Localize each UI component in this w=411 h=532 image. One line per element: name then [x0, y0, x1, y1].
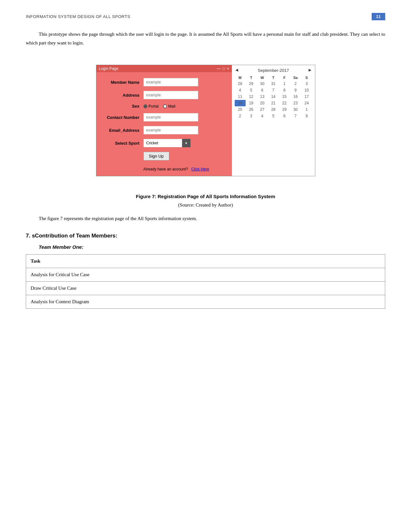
sex-label: Sex: [102, 104, 143, 109]
signup-button[interactable]: Sign Up: [143, 152, 169, 160]
signup-row: Sign Up: [102, 152, 227, 164]
table-cell-1: Analysis for Critical Use Case: [26, 268, 385, 282]
click-here-link[interactable]: Click Here: [191, 167, 209, 171]
cal-row-3: 11 12 13 14 15 16 17: [235, 93, 312, 100]
calendar-header: ◄ September-2017 ►: [235, 68, 312, 73]
cal-cell[interactable]: 30: [290, 106, 301, 113]
sex-mail-option[interactable]: Mail: [163, 104, 175, 109]
calendar-grid: M T W T F Sa S 28: [235, 75, 312, 119]
sport-row: Select Sport Cricket ▼: [102, 139, 227, 147]
sub-heading: Team Member One:: [39, 244, 385, 250]
cal-cell[interactable]: 17: [301, 93, 312, 100]
page-header: INFORMATION SYSTEM DESIGN OF ALL SPORTS …: [26, 13, 385, 20]
login-panel: Login Page — □ × Member Name: [96, 65, 232, 176]
cal-cell[interactable]: 5: [268, 113, 279, 119]
cal-cell[interactable]: 4: [235, 87, 246, 93]
calendar-next-btn[interactable]: ►: [308, 68, 312, 73]
email-label: Email_Address: [102, 128, 143, 133]
cal-row-5: 25 26 27 28 29 30 1: [235, 106, 312, 113]
close-btn[interactable]: ×: [227, 66, 229, 71]
table-row: Draw Critical Use Case: [26, 282, 385, 295]
maximize-btn[interactable]: □: [222, 66, 225, 71]
cal-cell[interactable]: 3: [301, 81, 312, 87]
member-name-row: Member Name: [102, 78, 227, 86]
cal-header-m: M: [235, 75, 246, 81]
cal-cell[interactable]: 26: [246, 106, 257, 113]
cal-cell-today[interactable]: 18: [235, 100, 246, 106]
cal-header-s: S: [301, 75, 312, 81]
table-cell-3: Analysis for Context Diagram: [26, 295, 385, 309]
cal-cell[interactable]: 8: [279, 87, 290, 93]
address-input[interactable]: [143, 91, 198, 99]
cal-cell[interactable]: 16: [290, 93, 301, 100]
email-input[interactable]: [143, 126, 198, 134]
sport-select-display[interactable]: Cricket: [143, 139, 182, 147]
cal-cell[interactable]: 2: [235, 113, 246, 119]
email-row: Email_Address: [102, 126, 227, 134]
cal-cell[interactable]: 21: [268, 100, 279, 106]
contact-row: Contact Number: [102, 113, 227, 121]
cal-cell[interactable]: 11: [235, 93, 246, 100]
section-heading: 7. sContribution of Team Members:: [26, 233, 385, 239]
cal-cell[interactable]: 27: [257, 106, 268, 113]
cal-cell[interactable]: 1: [301, 106, 312, 113]
cal-cell[interactable]: 24: [301, 100, 312, 106]
minimize-btn[interactable]: —: [217, 66, 220, 71]
cal-cell[interactable]: 23: [290, 100, 301, 106]
cal-cell[interactable]: 7: [268, 87, 279, 93]
calendar-header-row: M T W T F Sa S: [235, 75, 312, 81]
mockup-wrapper: Login Page — □ × Member Name: [96, 65, 315, 176]
cal-cell[interactable]: 2: [290, 81, 301, 87]
header-title: INFORMATION SYSTEM DESIGN OF ALL SPORTS: [26, 14, 130, 19]
cal-cell[interactable]: 4: [257, 113, 268, 119]
cal-cell[interactable]: 6: [257, 87, 268, 93]
member-name-input[interactable]: [143, 78, 198, 86]
sport-dropdown-arrow[interactable]: ▼: [182, 139, 191, 147]
titlebar: Login Page — □ ×: [96, 65, 232, 72]
cal-header-t1: T: [246, 75, 257, 81]
login-form: Member Name Address Sex: [96, 72, 232, 176]
calendar-prev-btn[interactable]: ◄: [235, 68, 239, 73]
address-label: Address: [102, 93, 143, 98]
sport-label: Select Sport: [102, 141, 143, 146]
cal-cell[interactable]: 7: [290, 113, 301, 119]
cal-cell[interactable]: 8: [301, 113, 312, 119]
table-row: Analysis for Context Diagram: [26, 295, 385, 309]
cal-cell[interactable]: 10: [301, 87, 312, 93]
cal-cell[interactable]: 28: [235, 81, 246, 87]
radio-unchecked-icon: [163, 104, 167, 108]
cal-cell[interactable]: 15: [279, 93, 290, 100]
cal-header-f: F: [279, 75, 290, 81]
cal-cell[interactable]: 19: [246, 100, 257, 106]
page-container: INFORMATION SYSTEM DESIGN OF ALL SPORTS …: [0, 0, 411, 532]
page-number: 11: [372, 13, 385, 20]
already-account-row: Already have an account? Click Here: [143, 167, 227, 171]
titlebar-controls: — □ ×: [217, 66, 229, 71]
cal-cell[interactable]: 14: [268, 93, 279, 100]
radio-checked-icon: [143, 104, 147, 108]
contact-label: Contact Number: [102, 115, 143, 120]
cal-cell[interactable]: 13: [257, 93, 268, 100]
cal-cell[interactable]: 6: [279, 113, 290, 119]
contact-input[interactable]: [143, 113, 198, 121]
cal-cell[interactable]: 1: [279, 81, 290, 87]
cal-cell[interactable]: 25: [235, 106, 246, 113]
source-caption: (Source: Created by Author): [26, 202, 385, 208]
sex-portal-option[interactable]: Portal: [143, 104, 159, 109]
cal-cell[interactable]: 30: [257, 81, 268, 87]
cal-cell[interactable]: 9: [290, 87, 301, 93]
cal-cell[interactable]: 31: [268, 81, 279, 87]
cal-header-w: W: [257, 75, 268, 81]
cal-header-t2: T: [268, 75, 279, 81]
cal-cell[interactable]: 28: [268, 106, 279, 113]
cal-cell[interactable]: 20: [257, 100, 268, 106]
cal-cell[interactable]: 3: [246, 113, 257, 119]
cal-cell[interactable]: 5: [246, 87, 257, 93]
cal-cell[interactable]: 29: [246, 81, 257, 87]
cal-header-sa: Sa: [290, 75, 301, 81]
cal-cell[interactable]: 12: [246, 93, 257, 100]
cal-cell[interactable]: 29: [279, 106, 290, 113]
cal-row-1: 28 29 30 31 1 2 3: [235, 81, 312, 87]
sex-mail-label: Mail: [168, 104, 175, 109]
cal-cell[interactable]: 22: [279, 100, 290, 106]
